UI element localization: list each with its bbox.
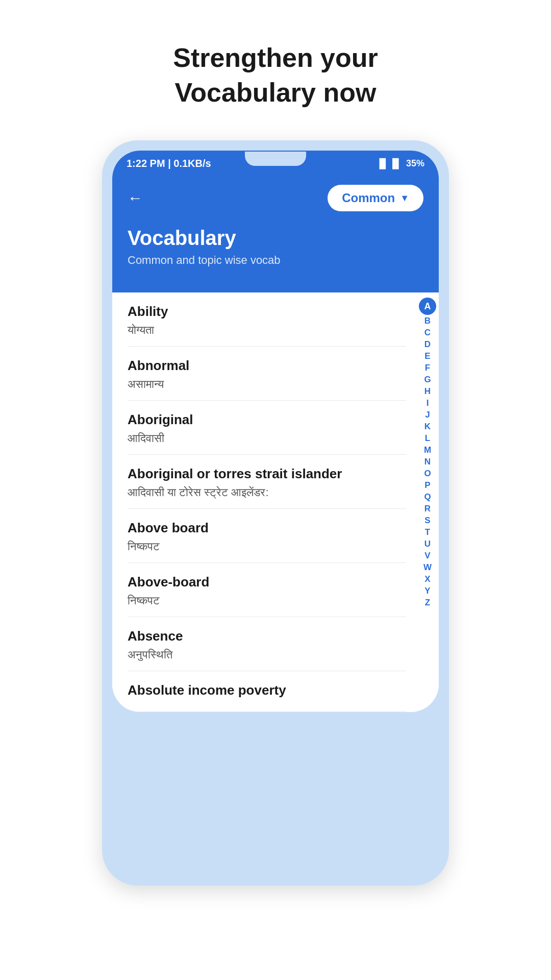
header-top-row: ← Common ▼ — [128, 185, 423, 211]
vocab-english: Absolute income poverty — [128, 682, 406, 698]
vocab-english: Absence — [128, 628, 406, 644]
status-right: ▐▌▐▌ 35% — [376, 158, 424, 169]
vocab-english: Above-board — [128, 574, 406, 590]
phone-screen: 1:22 PM | 0.1KB/s ▐▌▐▌ 35% ← Common ▼ Vo… — [112, 151, 439, 712]
vocab-item[interactable]: Above board निष्कपट — [128, 509, 406, 563]
alpha-letter-w[interactable]: W — [418, 561, 437, 573]
vocab-hindi: असामान्य — [128, 378, 406, 391]
category-dropdown[interactable]: Common ▼ — [328, 185, 423, 211]
vocab-item[interactable]: Absolute income poverty — [128, 671, 406, 712]
alphabet-sidebar[interactable]: ABCDEFGHIJKLMNOPQRSTUVWXYZ — [416, 292, 439, 712]
vocab-item[interactable]: Above-board निष्कपट — [128, 563, 406, 617]
vocab-hindi: आदिवासी — [128, 432, 406, 445]
alpha-letter-f[interactable]: F — [418, 362, 437, 374]
dropdown-label: Common — [342, 191, 395, 205]
vocab-item[interactable]: Aboriginal आदिवासी — [128, 401, 406, 455]
vocab-english: Aboriginal or torres strait islander — [128, 466, 406, 482]
alpha-letter-r[interactable]: R — [418, 503, 437, 514]
vocab-english: Aboriginal — [128, 412, 406, 428]
vocab-hindi: निष्कपट — [128, 594, 406, 607]
alpha-letter-t[interactable]: T — [418, 526, 437, 538]
vocab-list-container: Ability योग्यता Abnormal असामान्य Aborig… — [112, 292, 439, 712]
vocab-hindi: योग्यता — [128, 324, 406, 337]
alpha-letter-h[interactable]: H — [418, 385, 437, 397]
vocab-item[interactable]: Aboriginal or torres strait islander आदि… — [128, 455, 406, 509]
alpha-letter-y[interactable]: Y — [418, 585, 437, 597]
alpha-letter-q[interactable]: Q — [418, 491, 437, 503]
alpha-letter-s[interactable]: S — [418, 514, 437, 526]
alpha-letter-j[interactable]: J — [418, 409, 437, 421]
app-header: ← Common ▼ Vocabulary Common and topic w… — [112, 175, 439, 292]
alpha-letter-b[interactable]: B — [418, 315, 437, 327]
vocab-list: Ability योग्यता Abnormal असामान्य Aborig… — [112, 292, 416, 712]
alpha-letter-d[interactable]: D — [418, 338, 437, 350]
page-headline: Strengthen your Vocabulary now — [173, 41, 378, 110]
alpha-letter-e[interactable]: E — [418, 350, 437, 362]
vocab-english: Abnormal — [128, 358, 406, 374]
vocab-item[interactable]: Ability योग्यता — [128, 292, 406, 347]
vocab-hindi: निष्कपट — [128, 540, 406, 553]
alpha-letter-g[interactable]: G — [418, 374, 437, 385]
vocab-english: Ability — [128, 304, 406, 320]
alpha-letter-m[interactable]: M — [418, 444, 437, 456]
alpha-letter-c[interactable]: C — [418, 327, 437, 338]
alpha-letter-k[interactable]: K — [418, 421, 437, 432]
status-time: 1:22 PM | 0.1KB/s — [127, 158, 211, 169]
alpha-letter-n[interactable]: N — [418, 456, 437, 468]
alpha-letter-l[interactable]: L — [418, 432, 437, 444]
alpha-letter-p[interactable]: P — [418, 479, 437, 491]
screen-subtitle: Common and topic wise vocab — [128, 254, 423, 267]
vocab-hindi: अनुपस्थिति — [128, 648, 406, 662]
screen-title: Vocabulary — [128, 227, 423, 250]
alpha-letter-z[interactable]: Z — [418, 597, 437, 608]
alpha-letter-o[interactable]: O — [418, 468, 437, 479]
status-signal: ▐▌▐▌ — [376, 158, 402, 169]
alpha-letter-u[interactable]: U — [418, 538, 437, 550]
vocab-english: Above board — [128, 520, 406, 536]
vocab-item[interactable]: Absence अनुपस्थिति — [128, 617, 406, 671]
alpha-letter-i[interactable]: I — [418, 397, 437, 409]
alpha-letter-v[interactable]: V — [418, 550, 437, 561]
phone-frame: 1:22 PM | 0.1KB/s ▐▌▐▌ 35% ← Common ▼ Vo… — [102, 140, 449, 886]
alpha-letter-x[interactable]: X — [418, 573, 437, 585]
back-button[interactable]: ← — [128, 189, 143, 207]
status-battery: 35% — [406, 158, 424, 169]
chevron-down-icon: ▼ — [400, 193, 409, 204]
alpha-letter-a[interactable]: A — [419, 298, 436, 315]
phone-notch — [245, 152, 306, 166]
status-left: 1:22 PM | 0.1KB/s — [127, 158, 211, 169]
vocab-hindi: आदिवासी या टोरेस स्ट्रेट आइलेंडर: — [128, 486, 406, 499]
vocab-item[interactable]: Abnormal असामान्य — [128, 347, 406, 401]
